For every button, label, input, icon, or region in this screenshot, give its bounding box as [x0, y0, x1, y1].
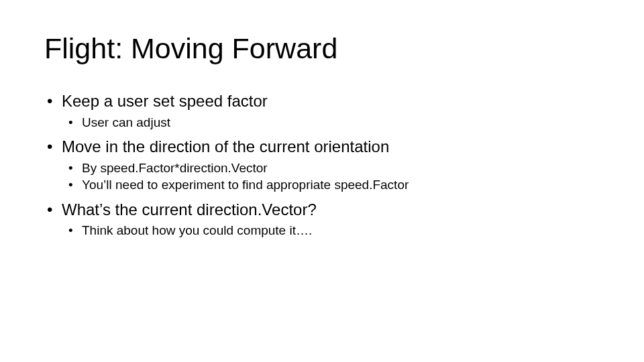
- bullet-block-2: What’s the current direction.Vector? Thi…: [44, 199, 604, 239]
- sub-bullet-list: Think about how you could compute it….: [44, 222, 604, 239]
- bullet-item: Move in the direction of the current ori…: [44, 136, 604, 158]
- sub-bullet-item: You’ll need to experiment to find approp…: [44, 176, 604, 194]
- bullet-list: Move in the direction of the current ori…: [44, 136, 604, 158]
- bullet-block-0: Keep a user set speed factor User can ad…: [44, 90, 604, 131]
- sub-bullet-item: Think about how you could compute it….: [44, 222, 604, 239]
- bullet-item: What’s the current direction.Vector?: [44, 199, 604, 221]
- slide: Flight: Moving Forward Keep a user set s…: [0, 0, 644, 362]
- bullet-item: Keep a user set speed factor: [44, 90, 604, 112]
- sub-bullet-item: By speed.Factor*direction.Vector: [44, 160, 604, 177]
- sub-bullet-list: By speed.Factor*direction.Vector You’ll …: [44, 160, 604, 194]
- bullet-list: What’s the current direction.Vector?: [44, 199, 604, 221]
- slide-title: Flight: Moving Forward: [44, 34, 604, 64]
- bullet-block-1: Move in the direction of the current ori…: [44, 136, 604, 194]
- sub-bullet-list: User can adjust: [44, 114, 604, 131]
- sub-bullet-item: User can adjust: [44, 114, 604, 131]
- bullet-list: Keep a user set speed factor: [44, 90, 604, 112]
